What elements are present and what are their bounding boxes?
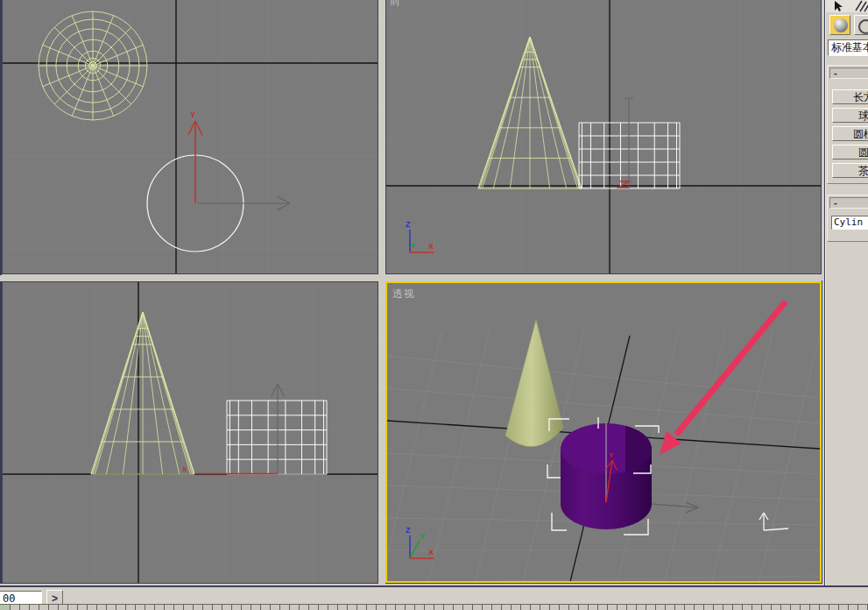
track-bar-tick [39,605,39,610]
track-bar-tick [559,605,560,610]
track-bar-tick [723,605,723,610]
name-color-rollout: - Cylin [827,195,868,242]
left-view-canvas: X [3,282,378,583]
track-bar-tick [530,605,531,610]
track-bar-tick [549,605,550,610]
track-bar-tick [646,605,646,610]
track-bar-tick [857,605,858,610]
track-bar-tick [328,605,328,610]
track-bar-tick [829,605,829,610]
geometry-sphere-icon [834,18,848,32]
grid-lines [3,0,378,273]
main-toolbar-fragment [826,0,868,12]
track-bar-tick [318,605,319,610]
track-bar-tick [742,605,743,610]
create-geometry-button[interactable] [829,15,850,35]
track-bar-tick [424,605,425,610]
track-bar-tick [145,605,145,610]
track-bar-tick [106,605,107,610]
track-bar-tick [366,605,367,610]
grid-lines [386,0,821,273]
track-bar-tick [540,605,540,610]
viewport-splitter-horizontal[interactable] [0,275,822,281]
track-bar-tick [790,605,791,610]
track-bar-tick [800,605,801,610]
track-bar-tick [231,605,232,610]
3dsmax-window: Y ZXY 前 X YZYX 透视 [0,0,868,610]
track-bar-tick [77,605,78,610]
track-bar-tick [713,605,714,610]
track-bar-tick [241,605,242,610]
track-bar-tick [809,605,810,610]
cylinder-button[interactable]: 圆柱体 [832,126,868,141]
track-bar-tick [491,605,492,610]
name-rollout-header[interactable]: - [829,197,868,209]
perspective-view-canvas: YZYX [387,283,820,581]
track-bar-tick [173,605,174,610]
track-bar-tick [212,605,213,610]
track-bar-tick [405,605,406,610]
toolbar-icons [826,0,868,12]
teapot-button[interactable]: 茶壶 [832,163,868,178]
track-bar-tick [270,605,271,610]
cylinder-left-wireframe [227,401,327,474]
track-bar-tick [183,605,184,610]
track-bar-tick [626,605,627,610]
viewport-left[interactable]: X [2,281,378,584]
viewport-label-front[interactable]: 前 [390,0,401,9]
track-bar-tick [10,605,11,610]
track-bar-tick [279,605,280,610]
torus-button[interactable]: 圆环 [832,145,868,160]
primitives-dropdown-value: 标准基本体 [831,41,868,53]
grid-lines [3,282,378,583]
viewport-splitter-vertical[interactable] [379,0,385,584]
track-bar-tick [385,605,386,610]
track-bar-tick [125,605,126,610]
track-bar-tick [607,605,608,610]
track-bar-tick [588,605,589,610]
track-bar-tick [655,605,656,610]
track-bar-tick [164,605,165,610]
front-view-canvas: ZXY [386,0,821,273]
primitives-dropdown[interactable]: 标准基本体 [828,39,868,56]
track-bar-tick [761,605,762,610]
track-bar-tick [87,605,88,610]
object-name-field[interactable]: Cylin [831,216,868,230]
mirror-tool-icon[interactable] [856,1,868,11]
track-bar-tick [58,605,59,610]
track-bar-tick [752,605,752,610]
track-bar-tick [29,605,30,610]
frame-zero-marker[interactable] [0,605,10,610]
box-button[interactable]: 长方体 [832,89,868,104]
axis-tripod-icon: ZYX [406,526,434,558]
track-bar-tick [684,605,685,610]
track-bar-tick [453,605,454,610]
svg-text:X: X [428,548,434,557]
top-view-canvas: Y [3,0,378,273]
create-shapes-button[interactable] [854,15,868,35]
track-bar-tick [771,605,772,610]
viewport-top[interactable]: Y [2,0,378,274]
svg-text:X: X [428,242,434,251]
object-type-rollout-header[interactable]: - [829,67,868,79]
viewport-front[interactable]: ZXY 前 [385,0,822,274]
viewport-perspective[interactable]: YZYX 透视 [385,281,822,583]
track-bar-tick [347,605,348,610]
track-bar-tick [308,605,309,610]
object-type-rollout: - 长方体 球体 圆柱体 圆环 茶壶 [827,65,868,184]
move-gizmo[interactable]: X [182,384,285,474]
sphere-button[interactable]: 球体 [832,108,868,123]
track-bar-tick [472,605,473,610]
svg-text:Y: Y [420,532,426,540]
track-bar-tick [443,605,444,610]
track-bar-tick [694,605,695,610]
track-bar[interactable] [0,604,868,610]
track-bar-tick [96,605,97,610]
track-bar-tick [568,605,569,610]
select-cursor-icon[interactable] [835,1,843,11]
track-bar-tick [819,605,820,610]
window-left-edge [0,0,2,584]
track-bar-tick [482,605,483,610]
move-gizmo[interactable]: Y [188,110,290,210]
viewport-label-perspective[interactable]: 透视 [392,287,415,301]
